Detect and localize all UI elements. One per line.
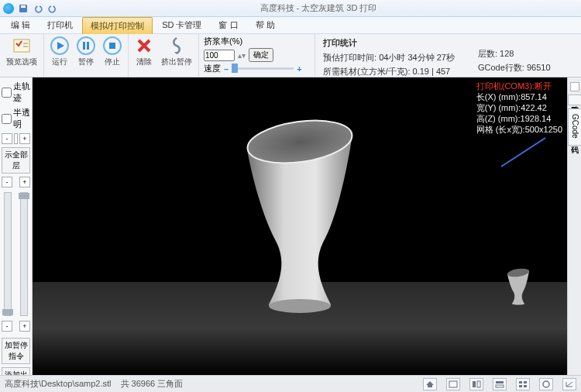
play-icon [50,36,69,55]
axis-indicator [497,132,552,170]
opacity-plus[interactable]: + [19,133,30,144]
view-mode2-icon[interactable] [469,378,483,390]
layer-b-plus[interactable]: + [19,177,30,187]
redo-icon[interactable] [46,2,59,15]
menu-sim-print[interactable]: 模拟/打印控制 [82,17,153,34]
svg-rect-1 [21,5,26,8]
layer-slider-last[interactable] [20,192,28,316]
status-triangles: 共 36966 三角面 [121,378,184,390]
model-vase [234,107,366,324]
layer-count: 层数: 128 [478,48,551,60]
speed-slider[interactable] [232,67,294,70]
material: 所需耗材(立方米/千克): 0.19 | 457 [323,66,455,77]
3d-viewport[interactable]: 打印机(COM3):断开 长(X) (mm):857.14 宽(Y) (mm):… [33,77,567,375]
menu-sdcard[interactable]: SD 卡管理 [154,17,209,33]
printer-status: 打印机(COM3):断开 [476,81,562,91]
svg-rect-7 [83,42,85,50]
svg-rect-18 [477,381,480,387]
playback-group: 运行 暂停 停止 [44,34,129,77]
view-mode1-icon[interactable] [446,378,460,390]
status-file: 高度科技\Desktop\samp2.stl [5,378,112,390]
preview-group: 预览选项 [0,34,44,77]
est-time: 预估打印时间: 04小时 34分钟 27秒 [323,52,455,64]
view-axis-icon[interactable] [562,378,576,390]
svg-rect-24 [524,385,527,387]
extrude-pause-button[interactable]: 挤出暂停 [160,36,194,68]
confirm-button[interactable]: 确定 [249,48,273,62]
clear-button[interactable]: 清除 [133,36,155,68]
svg-rect-21 [519,381,522,383]
pause-button[interactable]: 暂停 [75,36,97,68]
undo-icon[interactable] [32,2,44,15]
svg-rect-22 [524,381,527,383]
preview-options-button[interactable]: 预览选项 [5,36,39,68]
menu-printer[interactable]: 打印机 [40,17,81,33]
quick-access-toolbar [17,2,59,15]
dim-y: 宽(Y) (mm):422.42 [476,102,562,113]
title-bar: 高度科技 - 太空灰建筑 3D 打印 [0,0,581,17]
svg-rect-8 [87,42,89,50]
workspace: 走轨迹 半透明 - + 示全部层 - + - + 加暂停指令 添加出料停 添加打… [0,77,581,375]
app-icon [3,3,14,14]
menu-edit[interactable]: 编 辑 [3,17,38,33]
viewport-info: 打印机(COM3):断开 长(X) (mm):857.14 宽(Y) (mm):… [476,81,562,135]
rate-group: 挤浆率(%) ▴▾ 确定 速度 – + [199,34,315,77]
track-checkbox[interactable]: 走轨迹 [2,81,30,104]
svg-point-25 [543,381,549,387]
clear-group: 清除 挤出暂停 [129,34,199,77]
layer-slider-first[interactable] [4,192,12,316]
right-panel-toggle[interactable] [570,82,579,91]
extrude-pause-icon [167,36,186,55]
svg-rect-16 [449,381,457,387]
opacity-minus[interactable]: - [2,133,12,144]
left-panel: 走轨迹 半透明 - + 示全部层 - + - + 加暂停指令 添加出料停 添加打… [0,77,33,375]
tab-manual-control[interactable]: 手动控制 [568,95,582,105]
opacity-track[interactable] [14,133,18,144]
gcode-lines: GCode行数: 96510 [478,62,551,74]
dim-z: 高(Z) (mm):1928.14 [476,113,562,124]
translucent-checkbox[interactable]: 半透明 [2,107,30,130]
svg-line-15 [501,138,545,167]
menu-window[interactable]: 窗 口 [211,17,246,33]
menu-help[interactable]: 帮 助 [248,17,283,33]
status-bar: 高度科技\Desktop\samp2.stl 共 36966 三角面 [0,375,581,392]
ribbon: 预览选项 运行 暂停 停止 清除 挤出暂停 挤浆率(%) ▴▾ 确定 速度 – … [0,34,581,77]
speed-minus-icon[interactable]: – [224,64,229,74]
right-panel: 手动控制 GCode 代码 [567,77,581,375]
svg-rect-20 [496,385,504,387]
view-grid-icon[interactable] [516,378,530,390]
print-stats-group: 打印统计 预估打印时间: 04小时 34分钟 27秒 所需耗材(立方米/千克):… [315,34,581,77]
delete-icon [135,36,153,55]
speed-label: 速度 [204,63,221,74]
speed-plus-icon[interactable]: + [297,64,301,74]
stats-header: 打印统计 [323,37,455,49]
run-button[interactable]: 运行 [49,36,70,68]
checklist-icon [12,36,31,55]
view-home-icon[interactable] [423,378,437,390]
pause-icon [77,36,95,55]
view-reset-icon[interactable] [539,378,553,390]
layer-b-plus2[interactable]: + [19,321,30,332]
svg-rect-19 [496,381,504,383]
layer-a-minus2[interactable]: - [2,321,12,332]
rate-label: 挤浆率(%) [204,36,242,47]
svg-line-26 [566,382,572,387]
grid-size: 网格 (长x宽):500x1250 [476,124,562,135]
rate-input[interactable] [204,50,235,61]
layer-a-minus[interactable]: - [2,177,12,187]
opacity-controls: - + [2,133,30,144]
stop-button[interactable]: 停止 [101,36,123,68]
svg-rect-23 [519,385,522,387]
svg-rect-17 [473,381,476,387]
menu-bar: 编 辑 打印机 模拟/打印控制 SD 卡管理 窗 口 帮 助 [0,17,581,34]
add-pause-button[interactable]: 加暂停指令 [2,338,30,364]
showall-button[interactable]: 示全部层 [2,147,30,174]
view-mode3-icon[interactable] [493,378,507,390]
model-thumbnail [504,266,532,305]
stop-icon [103,36,122,55]
rate-spin[interactable]: ▴▾ [238,51,246,60]
svg-point-6 [77,37,95,54]
save-icon[interactable] [17,2,29,15]
tab-gcode[interactable]: GCode 代码 [568,108,582,146]
svg-point-13 [269,299,331,313]
